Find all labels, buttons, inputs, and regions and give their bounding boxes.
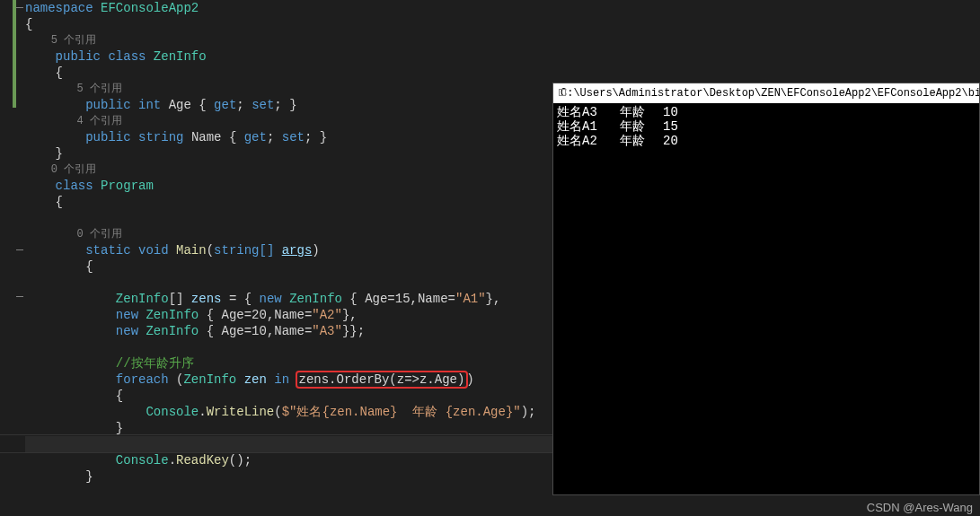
codelens-ref[interactable]: 5 个引用: [51, 34, 96, 47]
editor-gutter: [0, 0, 25, 516]
highlight-box: zens.OrderBy(z=>z.Age): [296, 371, 469, 389]
codelens-ref[interactable]: 4 个引用: [77, 115, 122, 127]
class-name: Program: [101, 179, 154, 193]
comment: //按年龄升序: [116, 356, 194, 371]
console-window[interactable]: C:\Users\Administrator\Desktop\ZEN\EFCon…: [552, 83, 980, 495]
keyword: class: [108, 49, 146, 64]
method-name: Main: [176, 243, 207, 258]
fold-icon[interactable]: [16, 246, 25, 255]
namespace-name: EFConsoleApp2: [101, 1, 199, 15]
watermark: CSDN @Ares-Wang: [867, 501, 973, 514]
codelens-ref[interactable]: 0 个引用: [77, 228, 122, 241]
console-output: 姓名A3年龄10 姓名A1年龄15 姓名A2年龄20: [553, 103, 979, 150]
codelens-ref[interactable]: 5 个引用: [77, 83, 122, 95]
fold-icon[interactable]: [16, 293, 25, 302]
class-name: ZenInfo: [154, 49, 207, 64]
console-titlebar[interactable]: C:\Users\Administrator\Desktop\ZEN\EFCon…: [553, 83, 979, 103]
fold-icon[interactable]: [16, 4, 25, 13]
keyword: public: [56, 49, 101, 64]
keyword: namespace: [25, 1, 93, 15]
console-path: C:\Users\Administrator\Desktop\ZEN\EFCon…: [561, 83, 979, 103]
codelens-ref[interactable]: 0 个引用: [51, 163, 96, 176]
